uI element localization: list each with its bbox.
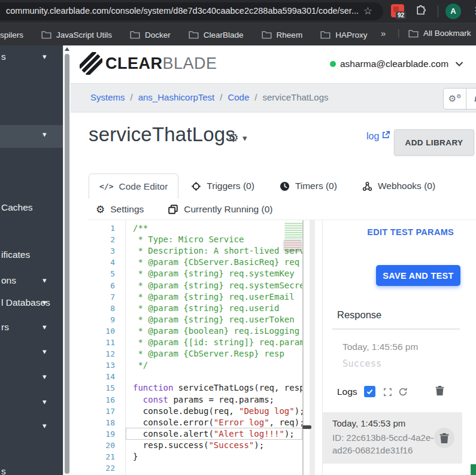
breadcrumb: Systems/ans_HashicorpTest/Code/serviceTh… [90, 92, 329, 102]
code-line[interactable]: 22 [89, 462, 302, 474]
toolbar-divider [438, 5, 438, 17]
bookmarks-overflow-icon[interactable]: » [381, 28, 386, 38]
expand-logs-icon[interactable] [383, 388, 392, 397]
code-line[interactable]: 21} [89, 451, 302, 462]
code-line[interactable]: 17 console.debug(req, "Debug log"); [89, 406, 302, 417]
code-line[interactable]: 10 * @param {boolean} req.isLogging [89, 325, 302, 337]
sidebar-item[interactable]: ▾ [0, 346, 63, 362]
browser-menu-icon[interactable]: ⋮ [471, 5, 476, 16]
bookmark-item[interactable]: Docker [130, 31, 171, 39]
adblock-extension-icon[interactable]: 92 [391, 4, 404, 17]
code-line[interactable]: 11 * @param {[id: string]} req.params [89, 337, 302, 348]
add-library-button[interactable]: ADD LIBRARY [394, 129, 474, 156]
bookmark-item[interactable]: JavaScript Utils [41, 31, 112, 39]
code-line[interactable]: 6 * @param {string} req.systemSecret [89, 280, 302, 291]
folder-icon [320, 31, 331, 39]
code-line[interactable]: 2 * Type: Micro Service [89, 234, 302, 245]
tab-timers-0[interactable]: Timers (0) [267, 173, 350, 199]
code-editor[interactable]: 1/**2 * Type: Micro Service3 * Descripti… [89, 220, 302, 475]
logs-checkbox[interactable] [364, 386, 375, 397]
line-number: 7 [89, 291, 115, 303]
code-line[interactable]: 4 * @param {CbServer.BasicReq} req [89, 257, 302, 268]
log-link[interactable]: log [366, 130, 390, 142]
sidebar-item-caches[interactable]: Caches [0, 202, 63, 218]
code-line[interactable]: 14 [89, 371, 302, 382]
line-number: 10 [89, 325, 115, 337]
code-line[interactable]: 20 resp.success("Success"); [89, 440, 302, 451]
breadcrumb-link[interactable]: Code [228, 92, 249, 102]
chevron-down-icon: ▾ [43, 347, 47, 356]
code-line[interactable]: 7 * @param {string} req.userEmail [89, 291, 302, 303]
extension-badge: 92 [396, 11, 406, 19]
sidebar-nav: s▾▾Cachesificatesons▾l Databases▾rs▾▾▾▾▾… [0, 45, 63, 475]
bookmark-item[interactable]: ClearBlade [189, 31, 244, 39]
bookmark-item[interactable]: HAProxy [320, 31, 367, 39]
bookmark-item[interactable]: Rheem [262, 31, 303, 39]
sidebar-item[interactable]: ▾ [0, 397, 63, 412]
refresh-logs-icon[interactable] [398, 387, 408, 397]
sidebar-item-ons[interactable]: ons▾ [0, 275, 63, 291]
brand-wordmark: CLEARBLADE [105, 54, 217, 73]
code-line[interactable]: 3 * Description: A short-lived service [89, 245, 302, 257]
code-line[interactable]: 1/** [89, 223, 302, 234]
online-status-dot [330, 61, 336, 67]
scrollbar-thumb[interactable] [65, 54, 69, 474]
bookmark-item[interactable]: spilers [0, 31, 23, 39]
service-settings-gear-icon[interactable]: ⚙ [228, 130, 239, 145]
delete-logs-icon[interactable] [435, 385, 444, 396]
all-bookmarks[interactable]: All Bookmark [408, 29, 471, 38]
sidebar-item[interactable]: ▾ [0, 372, 63, 387]
chevron-down-icon: ▾ [43, 276, 47, 285]
breadcrumb-link[interactable]: ans_HashicorpTest [138, 92, 215, 102]
code-line[interactable]: 15function serviceThatLogs(req, resp) { [89, 382, 302, 394]
clearblade-logo[interactable]: CLEARBLADE [80, 52, 217, 75]
chat-widget-corner[interactable] [471, 464, 476, 475]
sidebar-item-s[interactable]: s [0, 466, 63, 475]
bookmark-star-icon[interactable]: ☆ [363, 5, 372, 17]
tab-webhooks-0[interactable]: Webhooks (0) [350, 173, 448, 199]
sidebar-item-ificates[interactable]: ificates [0, 249, 63, 265]
sidebar-item[interactable]: ▾ [0, 421, 63, 436]
code-line[interactable]: 8 * @param {string} req.userid [89, 303, 302, 314]
logs-label: Logs [337, 386, 357, 397]
code-line[interactable]: 18 console.error("Error log", req); [89, 417, 302, 428]
code-line[interactable]: 19 console.alert("Alert log!!!"); [89, 428, 302, 440]
delete-log-entry-button[interactable] [434, 428, 454, 448]
tab-currently-running-0[interactable]: Currently Running (0) [168, 200, 272, 219]
notifications-button[interactable]: 24 [466, 89, 476, 109]
tab-code-editor[interactable]: </>Code Editor [89, 173, 178, 199]
splitter-drag-handle[interactable] [302, 425, 311, 429]
line-number: 13 [89, 360, 115, 371]
chevron-down-icon: ▾ [43, 421, 47, 430]
sidebar-item-l-databases[interactable]: l Databases▾ [0, 297, 63, 313]
scroll-up-arrow-icon[interactable] [65, 47, 69, 51]
editor-scrollbar[interactable] [310, 220, 315, 475]
sidebar-item-s[interactable]: s▾ [0, 51, 63, 67]
sidebar-item-rs[interactable]: rs▾ [0, 322, 63, 337]
trash-icon [439, 433, 449, 444]
sidebar-item[interactable]: ▾ [0, 125, 63, 148]
console-settings-button[interactable]: ⚙⚙ [444, 89, 466, 109]
line-number: 14 [89, 371, 115, 382]
tab-triggers-0[interactable]: Triggers (0) [178, 173, 267, 199]
code-line[interactable]: 5 * @param {string} req.systemKey [89, 268, 302, 279]
tab-settings[interactable]: ⚙Settings [96, 200, 144, 219]
sidebar-scrollbar[interactable] [63, 45, 71, 475]
code-line[interactable]: 9 * @param {string} req.userToken [89, 314, 302, 325]
timers-icon [280, 181, 290, 191]
title-chevron-down-icon[interactable]: ▾ [242, 133, 247, 144]
breadcrumb-link[interactable]: Systems [90, 92, 125, 102]
pane-splitter[interactable] [302, 220, 304, 475]
profile-avatar[interactable]: A [445, 4, 461, 19]
extensions-puzzle-icon[interactable] [416, 5, 427, 19]
edit-test-params-link[interactable]: EDIT TEST PARAMS [367, 227, 454, 237]
gears-icon: ⚙⚙ [448, 94, 462, 103]
folder-icon [130, 31, 140, 39]
save-and-test-button[interactable]: SAVE AND TEST [376, 265, 460, 286]
code-line[interactable]: 16 const params = req.params; [89, 394, 302, 406]
line-number: 4 [89, 257, 115, 268]
url-bar[interactable]: community.clearblade.com/console/system/… [0, 2, 383, 20]
account-menu[interactable]: asharma@clearblade.com [330, 59, 463, 69]
code-line[interactable]: 12 * @param {CbServer.Resp} resp [89, 348, 302, 360]
code-line[interactable]: 13 */ [89, 360, 302, 371]
